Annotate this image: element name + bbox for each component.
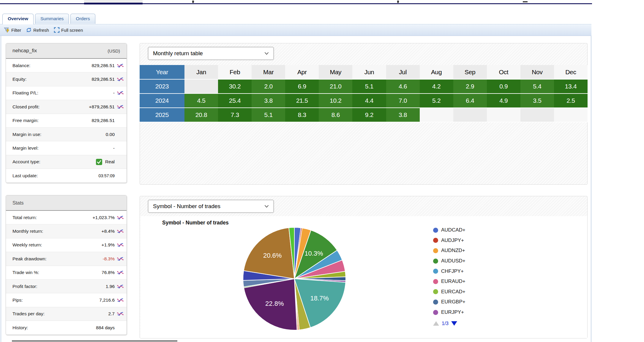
legend-item-AUDNZD: AUDNZD+ [433,246,465,256]
row-value: 829,286.51 [91,118,115,123]
row-label: Last update: [12,173,99,178]
row-value: 829,286.51 [91,77,115,82]
monthly-return-cell: 25.4 [218,94,252,108]
content-frame-right-border [591,36,591,342]
filter-icon [4,27,10,33]
row-value: +879,286.51 [89,104,115,110]
legend-label: EURGBP+ [441,299,465,305]
icon-slot-empty [116,159,124,165]
legend-color-dot [433,259,438,264]
sparkline-chart-icon[interactable] [116,228,124,234]
monthly-return-cell: 5.1 [252,108,285,122]
row-value: +1,023.7% [92,215,115,220]
row-value: 76.8% [102,270,115,275]
monthly-return-cell: 4.9 [487,94,520,108]
pie-chart[interactable]: 10.3%18.7%22.8%20.6% [235,219,354,338]
sparkline-chart-icon[interactable] [116,76,124,82]
month-column-header: Sep [453,65,487,80]
account-row: Margin level:- [6,141,127,155]
fullscreen-icon [54,27,60,33]
sparkline-chart-icon[interactable] [116,242,124,248]
monthly-return-cell-empty [453,108,487,122]
account-row: Margin in use:0.00 [6,127,127,141]
sparkline-chart-icon[interactable] [116,311,124,317]
legend-label: AUDCAD+ [441,227,465,233]
stats-rows: Total return:+1,023.7%Monthly return:+8.… [6,211,127,335]
legend-label: EURCAD+ [441,289,465,295]
monthly-return-cell: 7.0 [386,94,420,108]
account-row: Floating P/L:- [6,86,127,100]
row-label: Total return: [12,215,92,220]
sparkline-chart-icon[interactable] [116,270,124,276]
account-name: nehcap_fix [12,48,37,54]
row-label: Profit factor: [12,284,106,289]
monthly-return-cell: 21.0 [319,80,352,94]
sparkline-chart-icon[interactable] [116,90,124,96]
monthly-view-select-value: Monthly return table [153,50,203,57]
pie-chart-area: Symbol - Number of trades 10.3%18.7%22.8… [140,216,587,338]
account-panel: nehcap_fix (USD) Balance:829,286.51Equit… [6,43,127,183]
monthly-return-cell: 3.5 [520,94,554,108]
row-label: Floating P/L: [12,90,113,96]
sparkline-chart-icon[interactable] [116,104,124,110]
clipped-text-fragment [192,1,194,3]
legend-next-page-button[interactable] [451,321,457,326]
symbol-view-select[interactable]: Symbol - Number of trades [148,200,274,213]
monthly-return-cell-empty [520,108,554,122]
refresh-button[interactable]: Refresh [26,27,49,33]
month-column-header: Oct [487,65,520,80]
month-column-header: Nov [520,65,554,80]
legend-prev-page-button[interactable] [433,321,439,326]
monthly-return-cell: 5.2 [420,94,453,108]
monthly-return-cell: 3.8 [252,94,285,108]
sparkline-chart-icon[interactable] [116,256,124,262]
row-label: Balance: [12,63,91,68]
symbol-trades-panel: Symbol - Number of trades Symbol - Numbe… [140,196,588,338]
monthly-return-cell: 6.4 [453,94,487,108]
year-cell: 2023 [140,80,184,94]
refresh-icon [26,27,32,33]
sparkline-chart-icon[interactable] [116,284,124,289]
monthly-return-cell: 4.2 [420,80,453,94]
toolbar: FilterRefreshFull screen [0,24,591,36]
legend-pager: 1/3 [433,321,457,326]
legend-label: EURAUD+ [441,278,465,284]
tab-summaries[interactable]: Summaries [35,14,69,24]
icon-slot-empty [116,118,124,124]
row-value: 829,286.51 [91,63,115,68]
account-row: Free margin:829,286.51 [6,114,127,127]
legend-color-dot [433,300,438,305]
top-nav-active-underline [84,3,143,4]
row-label: Margin level: [12,145,113,151]
tab-orders[interactable]: Orders [70,14,95,24]
clipped-text-fragment [397,1,399,3]
monthly-return-cell: 20.8 [184,108,218,122]
monthly-view-select[interactable]: Monthly return table [148,47,274,60]
legend-label: CHFJPY+ [441,268,464,274]
monthly-return-table: YearJanFebMarAprMayJunJulAugSepOctNovDec… [140,65,588,122]
monthly-return-cell: 4.6 [386,80,420,94]
row-label: Pips: [12,297,99,303]
row-value: 0.00 [106,132,115,137]
sparkline-chart-icon[interactable] [116,63,124,69]
monthly-return-cell-empty [554,108,588,122]
clipped-text-fragment [523,1,528,2]
row-value: 2.7 [108,311,115,316]
icon-slot-empty [116,132,124,137]
sparkline-chart-icon[interactable] [116,297,124,303]
icon-slot-empty [116,325,124,331]
monthly-return-cell: 4.4 [352,94,386,108]
filter-button[interactable]: Filter [4,27,21,33]
pie-chart-title: Symbol - Number of trades [162,220,229,226]
toolbar-button-label: Filter [11,28,21,33]
tab-overview[interactable]: Overview [2,14,34,24]
row-value: +1.9% [102,242,115,248]
full-screen-button[interactable]: Full screen [54,27,83,33]
mt4-monitoring-page: OverviewSummariesOrders FilterRefreshFul… [0,0,644,342]
row-value: +8.4% [102,229,115,234]
sparkline-chart-icon[interactable] [116,215,124,221]
row-label: Free margin: [12,118,91,123]
month-column-header: Aug [420,65,453,80]
row-label: Account type: [12,159,96,164]
legend-color-dot [433,238,438,243]
